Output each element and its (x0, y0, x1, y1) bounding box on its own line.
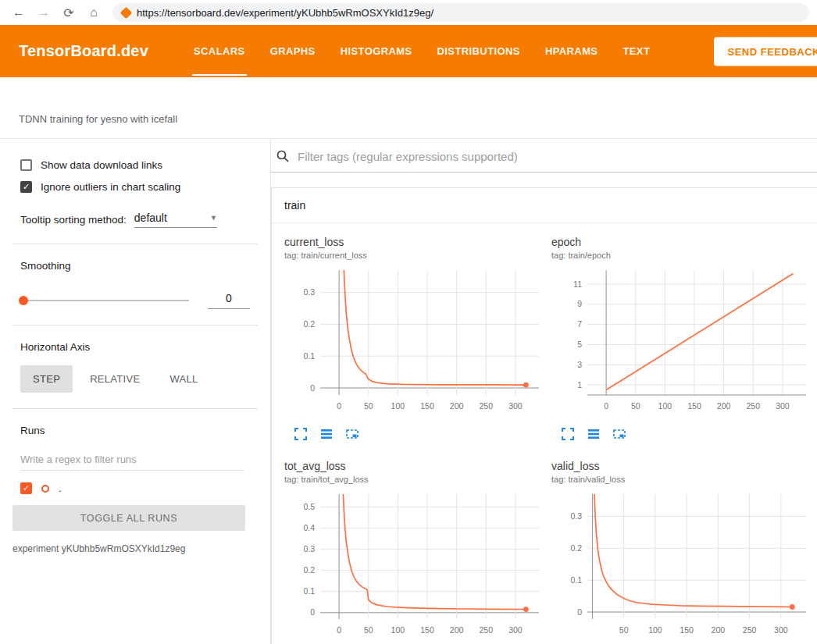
chart-tag: tag: train/epoch (551, 251, 817, 260)
app-header: TensorBoard.dev SCALARS GRAPHS HISTOGRAM… (0, 25, 817, 77)
send-feedback-button[interactable]: SEND FEEDBACK (714, 37, 817, 66)
run-row[interactable]: . (20, 482, 270, 494)
fullscreen-icon[interactable] (561, 427, 575, 441)
svg-text:100: 100 (658, 401, 673, 411)
chart-title: tot_avg_loss (284, 460, 551, 472)
toggle-all-runs-button[interactable]: TOGGLE ALL RUNS (12, 505, 245, 531)
smoothing-slider[interactable] (20, 300, 189, 301)
smoothing-value[interactable]: 0 (208, 292, 250, 309)
run-color-swatch-icon (41, 485, 49, 493)
settings-sidebar: Show data download links Ignore outliers… (0, 139, 271, 644)
fit-domain-icon[interactable] (345, 427, 359, 441)
svg-text:200: 200 (712, 625, 726, 635)
show-download-links-checkbox[interactable]: Show data download links (0, 159, 270, 171)
chart-toolbar (561, 427, 817, 441)
svg-text:0: 0 (310, 383, 315, 393)
checkbox-label: Ignore outliers in chart scaling (41, 181, 180, 193)
svg-text:0.1: 0.1 (303, 586, 315, 596)
expand-width-icon[interactable] (319, 427, 334, 441)
chart-canvas[interactable]: 00.10.20.30.40.5050100150200250300 (284, 490, 547, 644)
svg-text:300: 300 (508, 625, 523, 635)
tag-filter-row (271, 139, 817, 173)
runs-label: Runs (20, 425, 270, 436)
chart-canvas[interactable]: 00.10.20.350100150200250300 (551, 490, 814, 644)
svg-text:3: 3 (577, 360, 582, 369)
home-icon[interactable]: ⌂ (83, 2, 105, 23)
address-bar[interactable]: https://tensorboard.dev/experiment/yKUbh… (112, 3, 809, 22)
svg-text:100: 100 (391, 625, 405, 635)
tab-distributions[interactable]: DISTRIBUTIONS (425, 25, 533, 77)
ignore-outliers-checkbox[interactable]: Ignore outliers in chart scaling (0, 181, 270, 193)
expand-width-icon[interactable] (587, 427, 601, 441)
divider (12, 244, 258, 244)
axis-wall-button[interactable]: WALL (157, 365, 210, 393)
fit-domain-icon[interactable] (612, 427, 626, 441)
axis-relative-button[interactable]: RELATIVE (77, 365, 152, 393)
svg-text:0.2: 0.2 (303, 319, 315, 329)
svg-text:11: 11 (573, 279, 582, 289)
svg-text:50: 50 (364, 401, 373, 411)
svg-text:150: 150 (687, 401, 701, 411)
train-section-header[interactable]: train (272, 188, 817, 223)
tooltip-sorting-select[interactable]: default ▼ (134, 212, 217, 228)
svg-text:250: 250 (743, 625, 757, 635)
train-section-card: train current_loss tag: train/current_lo… (271, 187, 817, 644)
tab-histograms[interactable]: HISTOGRAMS (328, 25, 425, 77)
runs-filter-input[interactable] (20, 450, 244, 471)
slider-thumb[interactable] (19, 296, 28, 305)
svg-text:150: 150 (420, 625, 434, 635)
svg-text:200: 200 (450, 401, 464, 411)
chart-canvas[interactable]: 00.10.20.3050100150200250300 (284, 266, 547, 422)
svg-text:0: 0 (337, 401, 341, 411)
smoothing-row: 0 (20, 292, 250, 309)
svg-text:50: 50 (631, 401, 640, 411)
fullscreen-icon[interactable] (294, 427, 308, 441)
search-icon (276, 149, 290, 163)
divider (12, 408, 258, 409)
experiment-caption: experiment yKUbhb5wRmOSXYkId1z9eg (12, 543, 270, 554)
svg-text:0.1: 0.1 (570, 575, 582, 585)
tab-hparams[interactable]: HPARAMS (533, 25, 611, 77)
svg-text:250: 250 (479, 401, 493, 411)
back-icon[interactable]: ← (8, 2, 30, 23)
chart-card-tot-avg-loss: tot_avg_loss tag: train/tot_avg_loss 00.… (284, 460, 551, 644)
tag-filter-input[interactable] (298, 150, 782, 163)
tab-label: SCALARS (194, 45, 245, 57)
tab-label: HPARAMS (545, 45, 598, 57)
tab-scalars[interactable]: SCALARS (181, 25, 258, 77)
svg-text:0: 0 (337, 625, 341, 635)
svg-text:0.1: 0.1 (303, 351, 315, 361)
svg-text:0.2: 0.2 (570, 543, 582, 553)
tooltip-sorting-row: Tooltip sorting method: default ▼ (20, 212, 270, 228)
svg-text:0.2: 0.2 (303, 565, 315, 575)
horizontal-axis-buttons: STEP RELATIVE WALL (20, 365, 270, 393)
svg-text:0: 0 (604, 401, 608, 411)
run-checkbox[interactable] (20, 482, 32, 494)
chart-tag: tag: train/current_loss (284, 251, 551, 260)
svg-text:50: 50 (364, 625, 373, 635)
app-logo[interactable]: TensorBoard.dev (19, 42, 148, 60)
svg-text:0: 0 (577, 607, 582, 617)
svg-text:300: 300 (774, 625, 788, 635)
reload-icon[interactable]: ⟳ (58, 2, 80, 23)
checkbox-icon (20, 159, 32, 171)
svg-text:150: 150 (420, 401, 434, 411)
tab-label: GRAPHS (270, 45, 316, 57)
url-text: https://tensorboard.dev/experiment/yKUbh… (137, 7, 433, 19)
svg-text:300: 300 (508, 401, 523, 411)
svg-text:200: 200 (717, 401, 731, 411)
svg-text:100: 100 (391, 401, 405, 411)
tab-label: TEXT (623, 45, 650, 57)
svg-text:5: 5 (577, 340, 582, 349)
chart-canvas[interactable]: 1357911050100150200250300 (551, 266, 814, 422)
chart-tag: tag: train/tot_avg_loss (284, 475, 551, 484)
svg-text:300: 300 (776, 401, 790, 411)
checkbox-label: Show data download links (41, 159, 162, 171)
forward-icon[interactable]: → (33, 2, 55, 23)
browser-toolbar: ← → ⟳ ⌂ https://tensorboard.dev/experime… (0, 0, 817, 25)
svg-text:50: 50 (619, 625, 629, 635)
tab-graphs[interactable]: GRAPHS (258, 25, 328, 77)
tab-text[interactable]: TEXT (610, 25, 662, 77)
axis-step-button[interactable]: STEP (20, 365, 73, 393)
chart-card-epoch: epoch tag: train/epoch 13579110501001502… (551, 236, 817, 441)
